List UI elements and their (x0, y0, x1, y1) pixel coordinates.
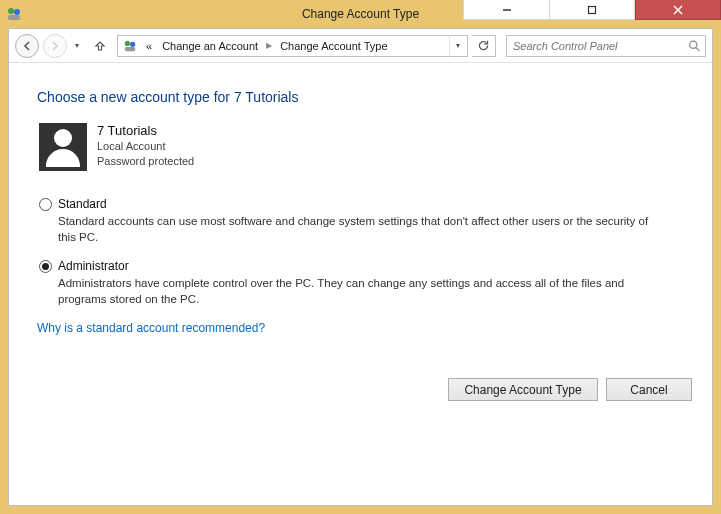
user-name: 7 Tutorials (97, 123, 194, 138)
option-description: Standard accounts can use most software … (58, 214, 658, 245)
radio-standard[interactable]: Standard (39, 197, 684, 211)
radio-icon (39, 198, 52, 211)
option-description: Administrators have complete control ove… (58, 276, 658, 307)
svg-point-10 (690, 41, 697, 48)
account-type-options: Standard Standard accounts can use most … (39, 197, 684, 307)
back-button[interactable] (15, 34, 39, 58)
window-title: Change Account Type (302, 7, 419, 21)
chevron-right-icon[interactable]: ▶ (264, 41, 274, 50)
radio-administrator[interactable]: Administrator (39, 259, 684, 273)
breadcrumb-level-2[interactable]: Change Account Type (276, 40, 391, 52)
help-link[interactable]: Why is a standard account recommended? (37, 321, 684, 335)
address-bar[interactable]: « Change an Account ▶ Change Account Typ… (117, 35, 468, 57)
recent-locations-dropdown[interactable]: ▾ (71, 34, 83, 58)
address-dropdown[interactable]: ▾ (449, 35, 465, 57)
user-accounts-icon (6, 6, 22, 22)
toolbar: ▾ « Change an Account ▶ Change Account T… (9, 29, 712, 63)
svg-rect-4 (589, 6, 596, 13)
svg-point-8 (130, 41, 135, 46)
option-administrator: Administrator Administrators have comple… (39, 259, 684, 307)
up-button[interactable] (89, 35, 111, 57)
radio-icon (39, 260, 52, 273)
forward-button[interactable] (43, 34, 67, 58)
option-label: Administrator (58, 259, 129, 273)
change-account-type-button[interactable]: Change Account Type (448, 378, 598, 401)
content-pane: Choose a new account type for 7 Tutorial… (9, 63, 712, 335)
titlebar[interactable]: Change Account Type (0, 0, 721, 28)
search-input[interactable] (513, 40, 683, 52)
user-info: 7 Tutorials Local Account Password prote… (39, 123, 684, 171)
client-area: ▾ « Change an Account ▶ Change Account T… (8, 28, 713, 506)
option-standard: Standard Standard accounts can use most … (39, 197, 684, 245)
svg-point-7 (125, 40, 130, 45)
search-icon (688, 39, 701, 52)
search-box[interactable] (506, 35, 706, 57)
user-accounts-icon (122, 38, 138, 54)
option-label: Standard (58, 197, 107, 211)
minimize-button[interactable] (463, 0, 549, 20)
svg-rect-9 (125, 46, 136, 50)
svg-point-1 (14, 9, 20, 15)
window-frame: Change Account Type ▾ (0, 0, 721, 514)
breadcrumb-overflow[interactable]: « (142, 40, 156, 52)
user-type: Local Account (97, 139, 194, 154)
breadcrumb-level-1[interactable]: Change an Account (158, 40, 262, 52)
user-protection: Password protected (97, 154, 194, 169)
svg-rect-2 (8, 15, 20, 20)
cancel-button[interactable]: Cancel (606, 378, 692, 401)
svg-point-0 (8, 8, 14, 14)
refresh-button[interactable] (472, 35, 496, 57)
maximize-button[interactable] (549, 0, 635, 20)
avatar (39, 123, 87, 171)
footer: Change Account Type Cancel (9, 364, 712, 415)
close-button[interactable] (635, 0, 721, 20)
page-heading: Choose a new account type for 7 Tutorial… (37, 89, 684, 105)
svg-line-11 (696, 47, 699, 50)
